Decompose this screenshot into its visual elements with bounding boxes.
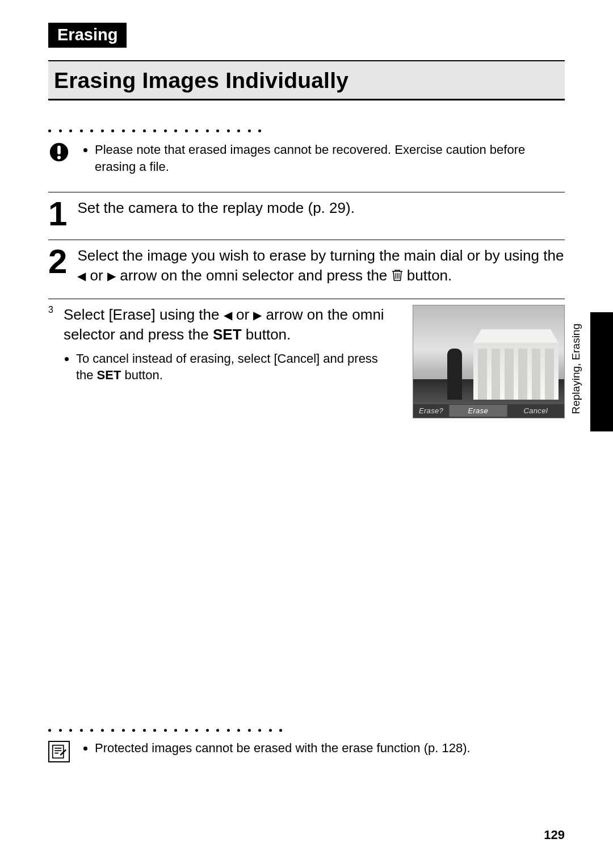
side-tab-label: Replaying, Erasing	[570, 324, 582, 414]
thumb-prompt: Erase?	[413, 406, 449, 415]
step-3-sub-a: To cancel instead of erasing, select [Ca…	[76, 351, 378, 383]
note-icon	[48, 741, 70, 762]
dot-separator	[48, 125, 565, 136]
svg-point-2	[57, 156, 61, 159]
step-number: 1	[48, 199, 67, 228]
camera-lcd-preview: Erase? Erase Cancel	[413, 305, 565, 418]
left-arrow-icon: ◀	[224, 308, 232, 323]
set-button-label: SET	[97, 368, 121, 382]
section-label: Erasing	[48, 23, 127, 48]
svg-rect-1	[57, 146, 61, 154]
step-2: 2 Select the image you wish to erase by …	[48, 240, 565, 298]
step-3-head: Select [Erase] using the ◀ or ▶ arrow on…	[64, 305, 396, 345]
step-3-sub-b: button.	[125, 368, 163, 382]
dot-separator	[48, 725, 565, 735]
step-2-part-a: Select the image you wish to erase by tu…	[77, 247, 564, 264]
step-2-part-d: button.	[407, 267, 452, 284]
step-number: 3	[48, 305, 53, 315]
step-3-head-a: Select [Erase] using the	[64, 306, 224, 323]
step-2-text: Select the image you wish to erase by tu…	[77, 246, 565, 287]
page-title: Erasing Images Individually	[54, 68, 559, 93]
step-3: 3 Select [Erase] using the ◀ or ▶ arrow …	[48, 299, 565, 430]
step-1-text: Set the camera to the replay mode (p. 29…	[77, 198, 565, 218]
trash-icon	[392, 267, 403, 287]
step-number: 2	[48, 247, 67, 276]
step-3-head-b: or	[236, 306, 253, 323]
right-arrow-icon: ▶	[253, 308, 262, 323]
step-2-part-b: or	[90, 267, 107, 284]
svg-rect-3	[53, 745, 64, 758]
thumb-cancel-button: Cancel	[507, 405, 565, 417]
step-3-sub: To cancel instead of erasing, select [Ca…	[76, 350, 396, 384]
warning-icon	[48, 141, 70, 165]
left-arrow-icon: ◀	[77, 269, 86, 284]
side-thumb-tab	[590, 312, 613, 431]
set-button-label: SET	[213, 326, 242, 343]
step-2-part-c: arrow on the omni selector and press the	[120, 267, 391, 284]
page-number: 129	[544, 828, 565, 842]
warning-block: Please note that erased images cannot be…	[48, 141, 565, 175]
page-title-bar: Erasing Images Individually	[48, 60, 565, 100]
right-arrow-icon: ▶	[107, 269, 116, 284]
step-1: 1 Set the camera to the replay mode (p. …	[48, 192, 565, 240]
warning-text: Please note that erased images cannot be…	[95, 141, 565, 175]
thumb-erase-button: Erase	[449, 405, 507, 417]
note-block: Protected images cannot be erased with t…	[48, 741, 565, 762]
footer-note-text: Protected images cannot be erased with t…	[95, 741, 471, 756]
step-3-head-d: button.	[246, 326, 291, 343]
